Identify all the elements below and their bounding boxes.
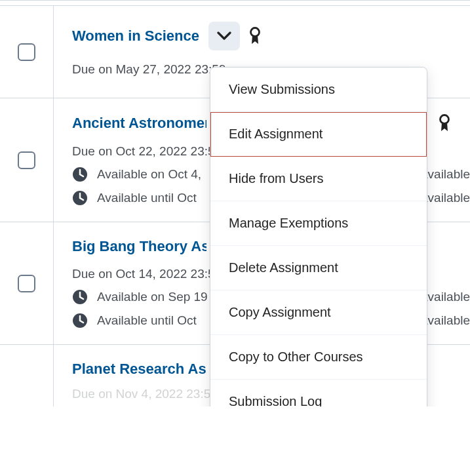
- menu-copy-to-courses[interactable]: Copy to Other Courses: [210, 335, 427, 380]
- checkbox-cell: [0, 6, 54, 98]
- clock-icon: [72, 190, 88, 206]
- assignment-title-link[interactable]: Big Bang Theory Assignment: [72, 238, 206, 255]
- menu-copy-assignment[interactable]: Copy Assignment: [210, 290, 427, 335]
- row-checkbox[interactable]: [18, 151, 35, 169]
- checkbox-cell: [0, 222, 54, 344]
- checkbox-cell: [0, 345, 54, 407]
- menu-submission-log[interactable]: Submission Log: [210, 380, 427, 407]
- row-checkbox[interactable]: [18, 43, 35, 61]
- svg-point-0: [250, 28, 259, 37]
- clock-icon: [72, 313, 88, 328]
- award-icon: [249, 27, 261, 45]
- row-checkbox[interactable]: [18, 275, 35, 292]
- header-spacer: [0, 1, 470, 6]
- menu-manage-exemptions[interactable]: Manage Exemptions: [210, 201, 427, 246]
- menu-edit-assignment[interactable]: Edit Assignment: [210, 112, 427, 157]
- assignment-title-link[interactable]: Women in Science: [72, 28, 199, 45]
- checkbox-cell: [0, 98, 54, 222]
- chevron-down-icon: [217, 31, 231, 41]
- assignment-title-link[interactable]: Ancient Astronomers from Around the Worl…: [72, 115, 206, 132]
- availability-end: Available until Oct: [97, 191, 197, 205]
- svg-point-1: [441, 115, 449, 124]
- menu-hide-from-users[interactable]: Hide from Users: [210, 157, 427, 201]
- assignment-title-link[interactable]: Planet Research Assignment: [72, 361, 206, 378]
- clock-icon: [72, 289, 88, 305]
- context-menu-button[interactable]: [208, 22, 240, 50]
- availability-end: Available until Oct: [97, 313, 197, 328]
- menu-delete-assignment[interactable]: Delete Assignment: [210, 246, 427, 290]
- availability-start: Available on Oct 4,: [97, 167, 201, 182]
- availability-start: Available on Sep 19: [97, 290, 208, 304]
- clock-icon: [72, 167, 88, 182]
- menu-view-submissions[interactable]: View Submissions: [210, 68, 427, 112]
- award-icon: [439, 114, 450, 132]
- context-menu: View Submissions Edit Assignment Hide fr…: [210, 67, 427, 407]
